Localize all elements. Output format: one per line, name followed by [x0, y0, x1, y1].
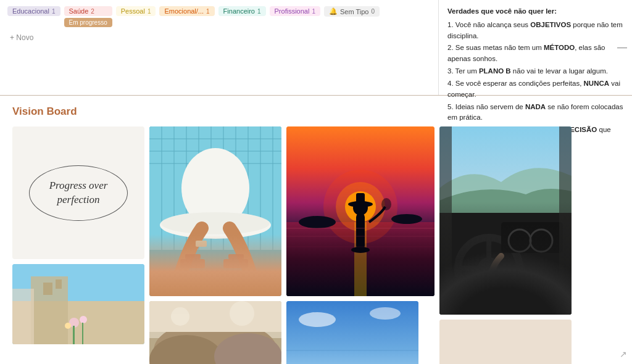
top-section: Educacional 1 Saúde 2 Em progresso Pesso…: [0, 0, 632, 96]
sunset-illustration: [286, 126, 434, 296]
svg-rect-39: [149, 301, 281, 332]
svg-point-48: [299, 216, 336, 228]
tag-financeiro[interactable]: Financeiro 1: [218, 6, 266, 16]
svg-point-71: [509, 230, 531, 252]
tag-emocional[interactable]: Emocional/... 1: [159, 6, 214, 16]
grid-col-3: [286, 126, 434, 364]
tag-group-profissional: Profissional 1: [270, 6, 320, 16]
svg-rect-74: [559, 126, 572, 315]
rock-illustration: [149, 301, 281, 364]
svg-rect-5: [12, 289, 34, 344]
grid-col-4: [439, 126, 572, 364]
svg-rect-70: [501, 222, 563, 253]
svg-point-66: [478, 257, 500, 279]
car-card: [439, 126, 572, 315]
building-card: [12, 264, 144, 344]
svg-point-8: [65, 323, 71, 329]
scroll-indicator: ↗: [620, 349, 627, 359]
verdade-2: 2. Se suas metas não tem um MÉTODO, elas…: [447, 43, 623, 65]
quote-oval: Progress over perfection: [29, 165, 128, 221]
tags-panel: Educacional 1 Saúde 2 Em progresso Pesso…: [0, 0, 438, 95]
novo-button[interactable]: + Novo: [7, 32, 431, 43]
verdade-5: 5. Ideias não servem de NADA se não fore…: [447, 102, 623, 124]
svg-rect-75: [493, 279, 502, 284]
svg-rect-9: [73, 326, 75, 344]
svg-point-28: [161, 212, 270, 234]
quote-card: Progress over perfection: [12, 126, 144, 259]
svg-point-62: [370, 307, 401, 320]
tag-saude[interactable]: Saúde 2: [64, 6, 112, 16]
svg-point-61: [299, 312, 336, 327]
svg-point-40: [171, 307, 189, 326]
light-illustration: [439, 320, 572, 364]
vision-board-section: Vision Board Progress over perfection: [0, 96, 632, 364]
tag-educacional[interactable]: Educacional 1: [7, 6, 60, 16]
image-grid: Progress over perfection: [12, 126, 620, 364]
blue-illustration: [286, 301, 418, 364]
svg-rect-4: [56, 279, 62, 289]
tag-group-financeiro: Financeiro 1: [218, 6, 266, 16]
svg-point-55: [381, 198, 391, 210]
tag-group-emocional: Emocional/... 1: [159, 6, 214, 16]
rock-card: [149, 301, 281, 364]
verdade-3: 3. Ter um PLANO B não vai te levar a lug…: [447, 66, 623, 77]
svg-rect-77: [439, 320, 572, 364]
text-panel: Verdades que você não quer ler: 1. Você …: [438, 0, 632, 95]
svg-point-72: [530, 230, 552, 252]
tag-group-semtipo: 🔔 Sem Tipo 0: [324, 6, 380, 17]
svg-rect-33: [196, 241, 207, 247]
sunset-card: [286, 126, 434, 296]
svg-rect-73: [439, 126, 452, 315]
tag-group-saude: Saúde 2 Em progresso: [64, 6, 112, 27]
tag-pessoal[interactable]: Pessoal 1: [116, 6, 156, 16]
svg-rect-54: [356, 193, 365, 205]
building-illustration: [12, 264, 144, 344]
svg-rect-64: [439, 213, 572, 315]
hat-illustration: [149, 126, 281, 296]
svg-rect-30: [185, 254, 201, 259]
svg-rect-51: [356, 213, 365, 250]
tag-semtipo[interactable]: 🔔 Sem Tipo 0: [324, 6, 380, 17]
verdades-title: Verdades que você não quer ler:: [447, 6, 623, 17]
verdade-4: 4. Se você esperar as condições perfeita…: [447, 78, 623, 101]
grid-col-1: Progress over perfection: [12, 126, 144, 364]
svg-point-41: [230, 301, 254, 326]
svg-point-7: [80, 316, 87, 323]
tag-in-progress: Em progresso: [64, 18, 112, 27]
svg-rect-32: [228, 254, 244, 259]
svg-rect-3: [43, 283, 52, 295]
svg-point-65: [458, 238, 520, 299]
svg-rect-10: [82, 323, 83, 344]
hat-card: [149, 126, 281, 296]
verdade-1: 1. Você não alcança seus OBJETIVOS porqu…: [447, 20, 623, 42]
svg-rect-29: [180, 259, 205, 268]
tag-group-pessoal: Pessoal 1: [116, 6, 156, 16]
tag-profissional[interactable]: Profissional 1: [270, 6, 320, 16]
tags-row: Educacional 1 Saúde 2 Em progresso Pesso…: [7, 6, 431, 27]
grid-col-2: [149, 126, 281, 364]
quote-text: Progress over perfection: [36, 179, 121, 206]
tag-group-educacional: Educacional 1: [7, 6, 60, 16]
blue-card: [286, 301, 418, 364]
light-card: [439, 320, 572, 364]
bell-icon: 🔔: [329, 7, 338, 15]
svg-point-49: [391, 214, 422, 224]
collapse-button[interactable]: —: [617, 40, 627, 56]
svg-rect-31: [223, 259, 248, 268]
car-illustration: [439, 126, 572, 315]
